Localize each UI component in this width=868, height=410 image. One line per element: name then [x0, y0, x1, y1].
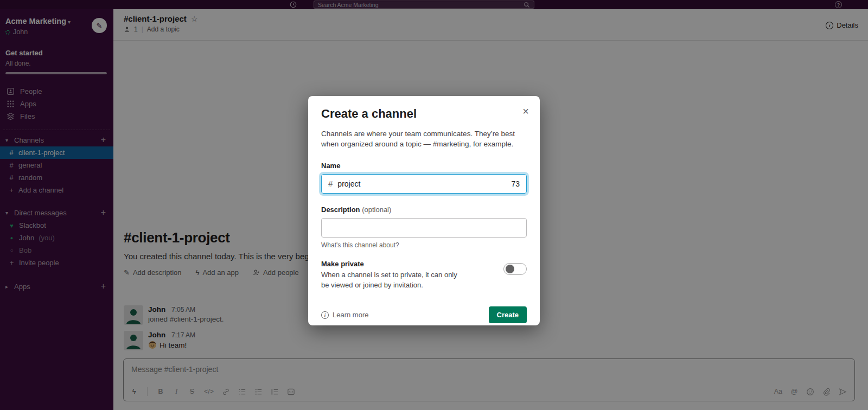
- slack-app: ? Acme Marketing▾ John ✎ Get started All…: [0, 0, 868, 410]
- toggle-knob: [506, 265, 514, 273]
- create-button[interactable]: Create: [489, 306, 527, 323]
- modal-title: Create a channel: [321, 107, 527, 121]
- modal-footer: i Learn more Create: [321, 306, 527, 323]
- close-icon[interactable]: ×: [522, 106, 529, 117]
- make-private-row: Make private When a channel is set to pr…: [321, 260, 527, 291]
- info-icon: i: [321, 311, 329, 319]
- create-channel-modal: Create a channel × Channels are where yo…: [308, 96, 540, 325]
- channel-name-field[interactable]: # 73: [321, 174, 527, 194]
- name-field-label: Name: [321, 162, 527, 170]
- description-helper-text: What's this channel about?: [321, 241, 527, 249]
- description-label-text: Description: [321, 206, 360, 214]
- description-field-label: Description (optional): [321, 206, 527, 214]
- make-private-toggle[interactable]: [503, 263, 527, 275]
- hash-icon: #: [328, 179, 333, 188]
- optional-label: (optional): [362, 206, 391, 214]
- make-private-label: Make private: [321, 260, 463, 268]
- learn-more-label: Learn more: [333, 311, 368, 319]
- char-counter: 73: [511, 180, 520, 188]
- channel-name-input[interactable]: [337, 180, 506, 188]
- make-private-description: When a channel is set to private, it can…: [321, 270, 463, 291]
- learn-more-link[interactable]: i Learn more: [321, 311, 368, 319]
- modal-description: Channels are where your team communicate…: [321, 129, 516, 150]
- channel-description-input[interactable]: [321, 218, 527, 238]
